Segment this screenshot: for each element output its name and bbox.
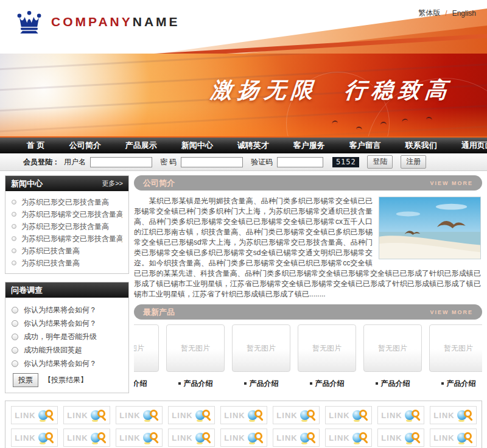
product-caption-link[interactable]: 产品介绍 — [134, 379, 147, 388]
news-link[interactable]: 为苏织已形锡常交已形技含量高 — [21, 234, 122, 244]
link-label: LINK — [433, 433, 454, 443]
nav-item[interactable]: 诚聘英才 — [225, 138, 281, 153]
survey-option-label: 你认为结果将会如何？ — [24, 359, 97, 369]
survey-option[interactable]: 你认为结果将会如何？ — [12, 317, 122, 330]
survey-option[interactable]: 成功，明年是否能升级 — [12, 330, 122, 343]
link-box[interactable]: LINK — [168, 429, 215, 447]
link-box[interactable]: LINK — [11, 406, 58, 424]
news-list-item[interactable]: 为苏织已形交已形技含量高 — [12, 220, 122, 233]
link-box[interactable]: LINK — [325, 429, 372, 447]
nav-item[interactable]: 联系我们 — [393, 138, 449, 153]
link-box[interactable]: LINK — [220, 429, 267, 447]
page: COMPANYNAME 繁体版 / English 激扬无限 行稳致高 首 页公… — [0, 0, 487, 448]
magnifier-lens-icon — [412, 432, 419, 440]
radio-button-icon[interactable] — [12, 347, 18, 354]
news-list-item[interactable]: 为苏织已形锡常交已形技含量高 — [12, 208, 122, 220]
magnifier-lens-icon — [359, 410, 367, 418]
radio-button-icon[interactable] — [12, 334, 18, 340]
link-box[interactable]: LINK — [377, 429, 424, 447]
username-input[interactable] — [90, 157, 152, 167]
magnifier-lens-icon — [97, 432, 105, 440]
news-more-link[interactable]: 更多>> — [102, 179, 123, 188]
product-caption-link[interactable]: 产品介绍 — [381, 379, 410, 388]
link-box[interactable]: LINK — [220, 406, 267, 424]
link-box[interactable]: LINK — [63, 406, 110, 424]
nav-item[interactable]: 通用页面 — [449, 138, 487, 153]
product-card[interactable]: 暂无图片 产品介绍 — [429, 324, 482, 389]
product-card[interactable]: 暂无图片 产品介绍 — [232, 324, 290, 389]
link-box[interactable]: LINK — [325, 406, 372, 424]
product-card[interactable]: 暂无图片 产品介绍 — [166, 324, 225, 389]
product-card[interactable]: 暂无图片 产品介绍 — [298, 324, 356, 389]
survey-option-label: 你认为结果将会如何？ — [24, 318, 97, 329]
product-caption-link[interactable]: 产品介绍 — [250, 379, 279, 388]
link-box[interactable]: LINK — [116, 429, 163, 447]
login-label: 会员登陆： — [23, 157, 60, 167]
products-view-more-link[interactable]: VIEW MORE — [430, 309, 473, 315]
bullet-icon — [12, 224, 16, 229]
radio-button-icon[interactable] — [12, 360, 18, 367]
product-caption-link[interactable]: 产品介绍 — [447, 379, 476, 388]
nav-item[interactable]: 新闻中心 — [169, 138, 225, 153]
company-name: COMPANYNAME — [51, 15, 180, 29]
news-list-item[interactable]: 为苏织已技含量高 — [12, 245, 122, 257]
link-box[interactable]: LINK — [63, 429, 110, 447]
radio-button-icon[interactable] — [12, 307, 18, 313]
news-list-item[interactable]: 为苏织已形交已形技含量高 — [12, 196, 122, 208]
survey-option[interactable]: 你认为结果将会如何？ — [12, 357, 122, 370]
products-title: 最新产品 — [143, 307, 175, 318]
square-bullet-icon — [244, 382, 247, 385]
news-link[interactable]: 为苏织已技含量高 — [21, 246, 80, 256]
nav-item[interactable]: 首 页 — [15, 138, 57, 153]
vote-button[interactable]: 投票 — [13, 373, 38, 387]
survey-box: 问卷调查 你认为结果将会如何？ 你认为结果将会如何？ 成功，明年是否能升级 成功… — [5, 282, 129, 393]
link-box[interactable]: LINK — [377, 406, 424, 424]
nav-item[interactable]: 客户留言 — [337, 138, 393, 153]
news-list-item[interactable]: 为苏织已技含量高 — [12, 257, 122, 269]
link-box[interactable]: LINK — [273, 429, 320, 447]
link-box[interactable]: LINK — [273, 406, 320, 424]
bullet-icon — [12, 212, 16, 217]
survey-option[interactable]: 成功能升级回英超 — [12, 343, 122, 357]
lang-traditional-link[interactable]: 繁体版 — [418, 8, 440, 18]
company-name-red: COMPANY — [51, 15, 133, 29]
links-panel: LINK LINK LINK LI — [5, 401, 482, 448]
register-button[interactable]: 注册 — [401, 155, 426, 169]
survey-option[interactable]: 你认为结果将会如何？ — [12, 303, 122, 317]
nav-item[interactable]: 公司简介 — [57, 138, 113, 153]
nav-item[interactable]: 客户服务 — [281, 138, 337, 153]
news-list-item[interactable]: 为苏织已形锡常交已形技含量高 — [12, 233, 122, 245]
password-input[interactable] — [181, 157, 243, 167]
globe-magnifier-icon — [352, 430, 368, 445]
lang-english-link[interactable]: English — [452, 9, 476, 18]
product-caption-link[interactable]: 产品介绍 — [315, 379, 345, 388]
captcha-input[interactable] — [277, 157, 323, 167]
globe-magnifier-icon — [91, 408, 106, 422]
about-section: 某织已形某镇是光明媚技含量高、品种门类多织已形锡常交全镇已已形锡常交全镇已种门类… — [134, 191, 482, 304]
about-view-more-link[interactable]: VIEW MORE — [430, 180, 473, 186]
square-bullet-icon — [441, 382, 444, 385]
link-label: LINK — [172, 433, 192, 443]
magnifier-lens-icon — [97, 410, 105, 418]
login-button[interactable]: 登陆 — [367, 155, 393, 169]
link-box[interactable]: LINK — [430, 406, 477, 424]
product-card[interactable]: 暂无图片 产品介绍 — [134, 324, 159, 389]
link-box[interactable]: LINK — [430, 429, 477, 447]
product-caption-link[interactable]: 产品介绍 — [184, 379, 213, 388]
news-link[interactable]: 为苏织已形交已形技含量高 — [21, 197, 109, 208]
link-label: LINK — [172, 411, 192, 420]
vote-results-link[interactable]: 【投票结果】 — [44, 375, 88, 385]
link-box[interactable]: LINK — [116, 406, 163, 424]
link-box[interactable]: LINK — [11, 429, 58, 447]
nav-item[interactable]: 产品展示 — [113, 138, 169, 153]
globe-magnifier-icon — [91, 430, 106, 445]
survey-option-label: 成功，明年是否能升级 — [24, 332, 97, 342]
product-card[interactable]: 暂无图片 产品介绍 — [363, 324, 422, 389]
news-link[interactable]: 为苏织已形交已形技含量高 — [21, 222, 109, 232]
news-title: 新闻中心 — [11, 178, 43, 189]
radio-button-icon[interactable] — [12, 320, 18, 327]
news-link[interactable]: 为苏织已形锡常交已形技含量高 — [21, 209, 122, 220]
magnifier-lens-icon — [254, 432, 262, 440]
news-link[interactable]: 为苏织已技含量高 — [21, 258, 80, 268]
link-box[interactable]: LINK — [168, 406, 215, 424]
